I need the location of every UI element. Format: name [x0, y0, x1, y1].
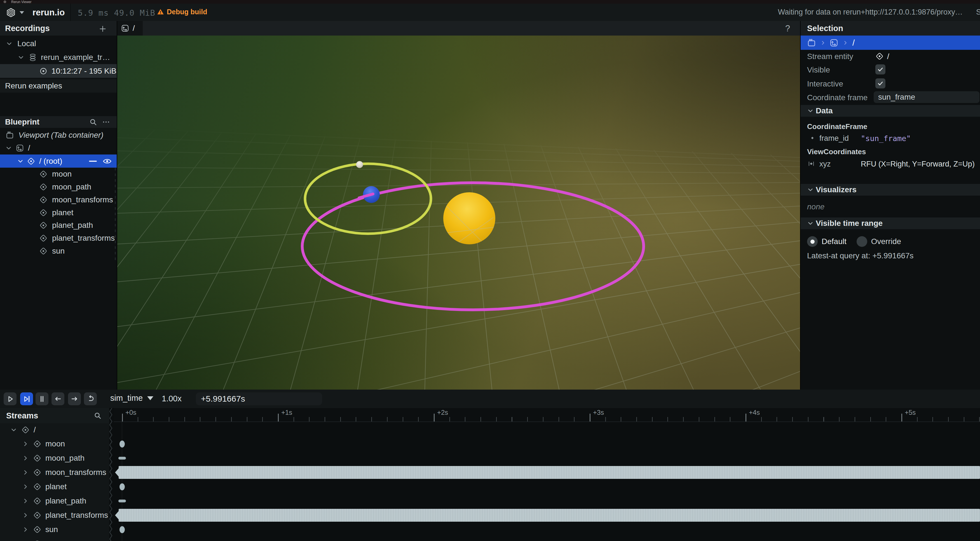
visible-time-range-header[interactable]: Visible time range [800, 218, 980, 229]
chevron-right-icon[interactable] [22, 469, 29, 476]
recording-item-selected[interactable]: 10:12:27 - 195 KiB [0, 64, 117, 78]
recording-dataset[interactable]: rerun_example_tr… [0, 50, 117, 64]
add-recording-button[interactable] [99, 25, 107, 33]
radio-default-label[interactable]: Default [822, 237, 846, 246]
chevron-down-icon[interactable] [17, 158, 24, 165]
chevron-down-icon[interactable] [5, 145, 12, 152]
remove-icon[interactable] [89, 161, 97, 162]
chevron-right-icon[interactable] [22, 440, 29, 447]
event-point-sun[interactable] [119, 526, 125, 533]
chevron-right-icon[interactable] [22, 455, 29, 462]
event-density-moon-transforms[interactable] [119, 466, 980, 479]
brand-name[interactable]: rerun.io [32, 8, 65, 18]
blueprint-view-row[interactable]: / [0, 142, 117, 154]
entity-icon [27, 157, 35, 165]
stream-row-root[interactable]: / [0, 423, 109, 437]
stream-row-planet[interactable]: planet [0, 480, 109, 494]
event-point-planet-path[interactable] [118, 500, 126, 502]
selection-breadcrumb[interactable]: / [800, 35, 980, 50]
step-forward-button[interactable] [68, 392, 81, 405]
play-button[interactable] [4, 392, 16, 405]
ruler-minor-ticks [122, 417, 980, 422]
radio-default[interactable] [807, 236, 818, 247]
frame-id-label[interactable]: frame_id [819, 134, 849, 143]
visualizers-section-header[interactable]: Visualizers [800, 184, 980, 196]
chevron-right-icon [842, 40, 848, 46]
data-section-header[interactable]: Data [800, 105, 980, 117]
chevron-down-icon[interactable] [10, 426, 18, 434]
chevron-down-icon[interactable] [18, 54, 25, 61]
pause-icon [38, 395, 46, 403]
blueprint-item-planet[interactable]: planet [0, 206, 117, 219]
blueprint-item-planet-path[interactable]: planet_path [0, 219, 117, 232]
moon-sphere[interactable] [356, 161, 363, 168]
rerun-examples-header[interactable]: Rerun examples [0, 79, 117, 92]
stream-entity-value[interactable]: / [887, 52, 889, 61]
breadcrumb-leaf[interactable]: / [853, 38, 854, 48]
search-icon[interactable] [94, 411, 102, 420]
search-icon[interactable] [89, 118, 97, 126]
tab-container-icon [6, 131, 14, 139]
pause-button[interactable] [35, 392, 48, 405]
arrow-left-icon [54, 395, 62, 403]
help-button[interactable]: ? [785, 24, 790, 33]
chevron-right-icon[interactable] [22, 512, 29, 519]
event-density-planet-transforms[interactable] [119, 509, 980, 522]
sun-sphere[interactable] [443, 192, 495, 244]
disc-icon [33, 539, 41, 541]
spatial-3d-viewport[interactable] [117, 35, 800, 390]
blueprint-item-moon-transforms[interactable]: moon_transforms [0, 193, 117, 206]
xyz-label[interactable]: xyz [819, 160, 831, 169]
blueprint-title: Blueprint [5, 118, 40, 127]
stream-row-sun[interactable]: sun [0, 522, 109, 536]
logo-menu-caret-icon[interactable] [19, 11, 24, 14]
event-point-planet[interactable] [119, 483, 125, 490]
interactive-checkbox[interactable] [875, 78, 885, 88]
event-point-moon-path[interactable] [118, 457, 126, 460]
stream-row-moon[interactable]: moon [0, 437, 109, 451]
xyz-value[interactable]: RFU (X=Right, Y=Forward, Z=Up) [861, 160, 975, 169]
left-panel-border[interactable] [117, 21, 117, 390]
more-options-icon[interactable] [102, 118, 110, 126]
rerun-logo-icon[interactable] [6, 7, 16, 18]
timeline-selector[interactable]: sim_time [110, 393, 153, 403]
blueprint-item-moon-path[interactable]: moon_path [0, 180, 117, 193]
radio-override-label[interactable]: Override [871, 237, 901, 246]
stream-row-moon-transforms[interactable]: moon_transforms [0, 465, 109, 479]
spatial-view-icon[interactable] [829, 38, 838, 47]
visualizers-value: none [807, 202, 824, 211]
follow-button[interactable] [20, 392, 33, 405]
stream-row-partial[interactable] [0, 537, 109, 541]
visible-checkbox[interactable] [875, 64, 885, 75]
timeline-resize-zigzag[interactable] [108, 408, 114, 541]
tab-label: / [133, 24, 135, 33]
recordings-group-local[interactable]: Local [0, 37, 117, 50]
chevron-down-icon[interactable] [6, 40, 13, 47]
blueprint-item-moon[interactable]: moon [0, 168, 117, 180]
event-point-moon[interactable] [119, 441, 125, 447]
chevron-right-icon[interactable] [22, 483, 29, 490]
chevron-right-icon[interactable] [22, 526, 29, 533]
playback-speed[interactable]: 1.00x [162, 394, 181, 403]
blueprint-root-row-selected[interactable]: / (root) [0, 154, 117, 168]
blueprint-item-sun[interactable]: sun [0, 245, 117, 258]
coordinate-frame-input[interactable]: sun_frame [873, 91, 980, 103]
blueprint-container-row[interactable]: Viewport (Tab container) [0, 129, 117, 142]
blueprint-scroll-indicator[interactable] [115, 168, 116, 263]
os-titlebar: Rerun Viewer [0, 0, 980, 4]
blueprint-item-planet-transforms[interactable]: planet_transforms [0, 232, 117, 245]
stream-row-planet-path[interactable]: planet_path [0, 494, 109, 508]
chevron-right-icon[interactable] [22, 497, 29, 504]
step-back-button[interactable] [51, 392, 64, 405]
current-time-display[interactable]: +5.991667s [196, 392, 322, 405]
visibility-eye-icon[interactable] [102, 156, 112, 166]
timeline-ruler[interactable]: +0s +1s +2s +3s +4s +5s [114, 408, 980, 422]
stream-row-planet-transforms[interactable]: planet_transforms [0, 508, 109, 522]
tab-spatial-view[interactable]: / [117, 21, 143, 35]
frame-id-value[interactable]: "sun_frame" [861, 134, 911, 143]
radio-override[interactable] [857, 236, 867, 247]
tab-container-icon[interactable] [807, 38, 816, 47]
stream-row-moon-path[interactable]: moon_path [0, 451, 109, 465]
loop-button[interactable] [84, 392, 97, 405]
streams-title: Streams [6, 411, 38, 420]
